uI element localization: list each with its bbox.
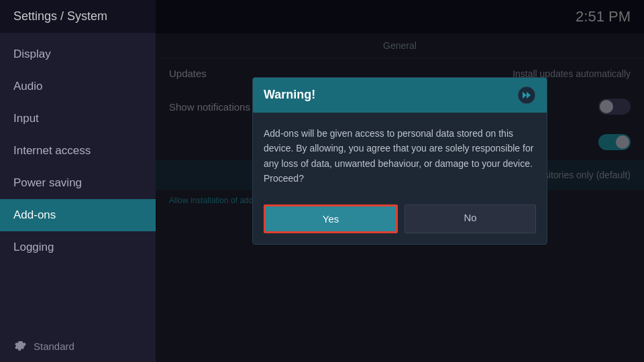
gear-icon [13,339,27,353]
modal-buttons: Yes No [253,199,547,244]
modal-title: Warning! [264,88,315,102]
sidebar-nav: Display Audio Input Internet access Powe… [0,33,156,330]
standard-label: Standard [34,341,74,352]
sidebar-item-logging[interactable]: Logging [0,231,156,263]
modal-header: Warning! [253,78,547,113]
modal-close-button[interactable] [517,86,536,105]
sidebar: Settings / System Display Audio Input In… [0,0,156,362]
sidebar-item-audio[interactable]: Audio [0,70,156,103]
kodi-logo-icon [517,86,536,105]
sidebar-title: Settings / System [0,0,156,33]
sidebar-item-input[interactable]: Input [0,103,156,135]
sidebar-footer: Standard [0,330,156,362]
sidebar-item-display[interactable]: Display [0,38,156,70]
sidebar-item-internet-access[interactable]: Internet access [0,135,156,167]
modal-text: Add-ons will be given access to personal… [264,126,536,186]
warning-modal: Warning! Add-ons will be given access to… [252,77,547,245]
modal-body: Add-ons will be given access to personal… [253,113,547,200]
no-button[interactable]: No [405,204,536,233]
modal-overlay: Warning! Add-ons will be given access to… [156,0,644,362]
sidebar-item-add-ons[interactable]: Add-ons [0,199,156,231]
sidebar-item-power-saving[interactable]: Power saving [0,167,156,199]
yes-button[interactable]: Yes [264,204,398,233]
